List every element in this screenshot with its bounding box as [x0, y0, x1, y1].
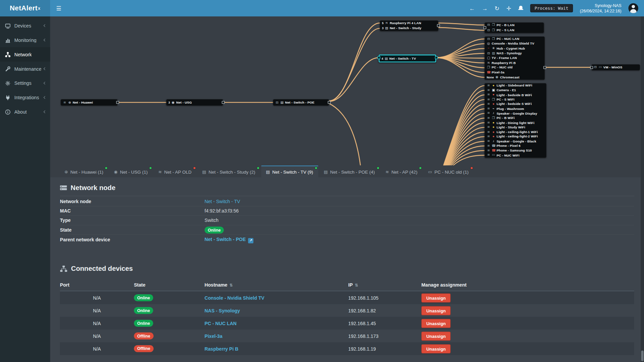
tab-label: Net - Switch - POE (4): [330, 169, 375, 174]
speaker-icon: ♪: [492, 112, 495, 115]
tree-node-huawei[interactable]: ≋⊕Net - Huawei: [61, 99, 117, 105]
tree-node-poe[interactable]: ⊟▤Net - Switch - POE: [273, 99, 329, 105]
unassign-button[interactable]: Unassign: [421, 306, 450, 315]
tree-node-pc_lan[interactable]: ⊟❐PC - B LAN⊟❐PC - S LAN: [485, 22, 544, 33]
tree-node-label: Console - Nvidia Shield TV: [492, 42, 534, 46]
cell-manage: Unassign: [421, 344, 634, 353]
eth-icon: ⊟: [487, 37, 490, 41]
connector-square: [590, 66, 593, 69]
field-row: TypeSwitch: [60, 216, 634, 225]
tree-node-row: None◉Chromecast: [485, 75, 545, 79]
wifi-icon: ≋: [487, 130, 490, 134]
tab-pc-nuc-old-1-[interactable]: ▭PC - NUC old (1): [424, 165, 474, 177]
tree-node-row: ≋●Light - Dining light WiFi: [485, 120, 546, 125]
field-value[interactable]: Net - Switch - POE↗: [205, 237, 254, 242]
process-status-badge[interactable]: Process: Wait: [530, 4, 573, 12]
refresh-icon[interactable]: ↻: [494, 5, 499, 11]
col-ip: IP⇅: [348, 282, 421, 287]
sidebar-item-about[interactable]: About: [0, 105, 50, 119]
server-icon: [60, 184, 67, 191]
tree-node-usg[interactable]: 3◉Net - USG: [166, 99, 223, 105]
cell-hostname: PC - NUC LAN: [205, 321, 348, 326]
open-parent-icon[interactable]: ↗: [248, 238, 254, 243]
details-panel: Network node Network nodeNet - Switch - …: [50, 177, 644, 362]
bell-icon[interactable]: [518, 6, 523, 11]
tree-node-study[interactable]: 5πRaspberry Pi 4 LAN3▤Net - Switch - Stu…: [380, 20, 438, 31]
scrollbar-thumb[interactable]: [641, 351, 643, 361]
hostname-link[interactable]: Console - Nvidia Shield TV: [205, 295, 264, 300]
tab-label: Net - AP (42): [391, 169, 418, 174]
tree-node-row: πRaspberry Pi B: [485, 61, 545, 65]
tab-net-usg-1-[interactable]: ◉Net - USG (1): [109, 165, 153, 177]
hostname-link[interactable]: Raspberry Pi B: [205, 346, 238, 351]
sort-icon[interactable]: ⇅: [355, 283, 358, 287]
chevron-left-icon: [44, 67, 47, 70]
nav-back-icon[interactable]: ←: [469, 5, 475, 11]
tree-node-label: PC - B LAN: [496, 23, 514, 27]
cell-manage: Unassign: [421, 319, 634, 328]
tab-net-ap-old[interactable]: ≋Net - AP OLD: [154, 165, 197, 177]
sidebar-item-settings[interactable]: Settings: [0, 76, 50, 90]
tab-net-ap-42-[interactable]: ≋Net - AP (42): [381, 165, 423, 177]
tree-node-row: −✳Hub - Cygnet Hub: [485, 46, 545, 51]
network-node-section-title: Network node: [60, 184, 634, 192]
tree-node-label: Light - ceiling-light-1 WiFi: [496, 130, 538, 134]
table-row: N/AOnlinePC - NUC LAN192.168.1.45Unassig…: [60, 317, 634, 329]
hostname-link[interactable]: NAS - Synology: [205, 308, 240, 313]
tree-node-wifi_group[interactable]: ≋●Light - Sideboard WiFi≋▣Camera - E1≋●L…: [485, 83, 546, 158]
tree-node-vm[interactable]: ⊟▭VM - WinOS: [591, 64, 640, 70]
cell-state: Online: [134, 307, 205, 314]
nav-forward-icon[interactable]: →: [482, 5, 487, 11]
tree-node-row: ≋❐PC - S WiFi: [485, 97, 546, 102]
status-badge: Offline: [134, 333, 153, 340]
tab-net-huawei-1-[interactable]: ⊕Net - Huawei (1): [60, 165, 109, 177]
unassign-button[interactable]: Unassign: [421, 293, 450, 302]
sort-icon[interactable]: ⇅: [229, 283, 233, 287]
tree-node-row: ⊟❐PC - NUC LAN: [485, 37, 545, 41]
tree-node-label: PC - S WiFi: [496, 98, 515, 101]
field-value[interactable]: Net - Switch - TV: [205, 199, 240, 204]
sidebar-toggle-button[interactable]: ☰: [50, 0, 67, 16]
sidebar-item-monitoring[interactable]: Monitoring: [0, 33, 50, 47]
avatar[interactable]: [628, 3, 638, 13]
app-logo[interactable]: NetAlertx: [0, 0, 50, 16]
unassign-button[interactable]: Unassign: [421, 331, 450, 341]
hostname-link[interactable]: PC - NUC LAN: [205, 321, 236, 326]
sidebar-item-label: Devices: [14, 23, 31, 28]
eth-icon: ⊟: [275, 101, 279, 104]
tab-net-switch-poe-4-[interactable]: ▤Net - Switch - POE (4): [319, 165, 380, 177]
globe-icon: ⊕: [68, 101, 71, 104]
sidebar-item-maintenance[interactable]: Maintenance: [0, 62, 50, 76]
tree-node-tv_children[interactable]: ⊟❐PC - NUC LAN◎Console - Nvidia Shield T…: [485, 37, 545, 80]
table-row: N/AOnlineNAS - Synology192.168.1.82Unass…: [60, 304, 634, 317]
col-hostname-label: Hostname: [205, 282, 227, 287]
tab-label: Net - Switch - Study (2): [209, 169, 255, 174]
tab-net-switch-study-2-[interactable]: ▤Net - Switch - Study (2): [198, 165, 261, 177]
tree-node-tv[interactable]: 4▤Net - Switch - TV: [379, 55, 436, 62]
tree-node-label: Phone - Pixel 6: [496, 144, 521, 148]
col-ip-label: IP: [348, 282, 353, 287]
field-label: Type: [60, 218, 205, 223]
move-icon[interactable]: ✛: [506, 5, 511, 11]
console-icon: ◎: [487, 42, 490, 46]
unassign-button[interactable]: Unassign: [421, 319, 450, 328]
wifi-icon: ≋: [487, 107, 490, 111]
status-badge: Online: [134, 307, 153, 314]
unassign-button[interactable]: Unassign: [421, 344, 450, 353]
wifi-icon: ≋: [487, 121, 490, 124]
sidebar-item-network[interactable]: Network: [0, 47, 50, 62]
tab-net-switch-tv-9-[interactable]: ▤Net - Switch - TV (9): [261, 165, 318, 177]
pc-icon: ▭: [428, 170, 432, 174]
cell-state: Offline: [134, 345, 205, 352]
tree-node-label: Speaker - Google - Black: [496, 139, 536, 143]
connector-square: [435, 56, 438, 59]
wifi-icon: ≋: [487, 126, 490, 129]
hostname-link[interactable]: Pixel-3a: [205, 334, 222, 339]
vertical-scrollbar[interactable]: [641, 16, 644, 362]
port-label: 3: [382, 27, 384, 30]
cell-hostname: Console - Nvidia Shield TV: [205, 295, 348, 300]
sidebar-item-integrations[interactable]: Integrations: [0, 90, 50, 105]
chevron-left-icon: [44, 24, 47, 27]
wifi-icon: ≋: [487, 84, 490, 87]
sidebar-item-devices[interactable]: Devices: [0, 18, 50, 33]
